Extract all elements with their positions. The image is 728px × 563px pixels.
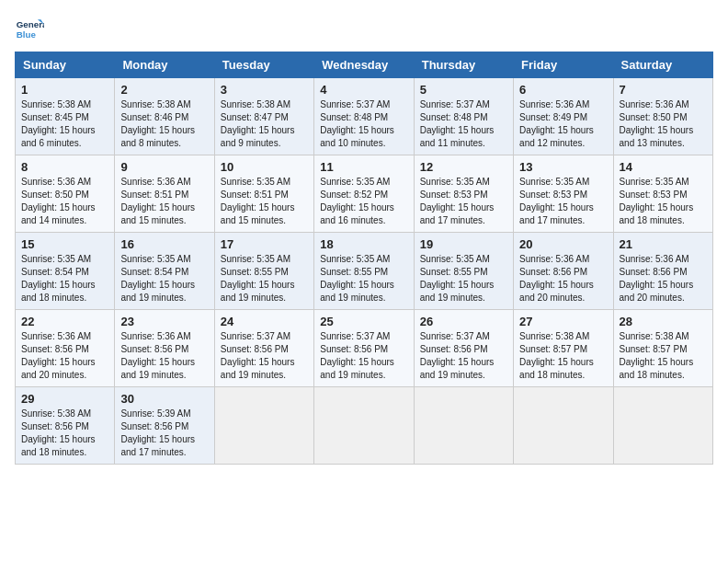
calendar-cell: 24Sunrise: 5:37 AMSunset: 8:56 PMDayligh…	[214, 310, 313, 387]
calendar-cell: 18Sunrise: 5:35 AMSunset: 8:55 PMDayligh…	[314, 233, 414, 310]
day-info: Sunrise: 5:35 AMSunset: 8:55 PMDaylight:…	[221, 253, 308, 304]
week-row-2: 8Sunrise: 5:36 AMSunset: 8:50 PMDaylight…	[16, 155, 713, 233]
day-info: Sunrise: 5:35 AMSunset: 8:51 PMDaylight:…	[221, 176, 308, 227]
day-number: 25	[320, 315, 407, 328]
calendar-cell: 23Sunrise: 5:36 AMSunset: 8:56 PMDayligh…	[115, 310, 214, 387]
day-number: 10	[221, 160, 308, 174]
calendar-cell: 11Sunrise: 5:35 AMSunset: 8:52 PMDayligh…	[314, 155, 414, 233]
calendar-cell: 20Sunrise: 5:36 AMSunset: 8:56 PMDayligh…	[514, 233, 613, 310]
calendar-table: SundayMondayTuesdayWednesdayThursdayFrid…	[15, 52, 713, 465]
day-info: Sunrise: 5:35 AMSunset: 8:52 PMDaylight:…	[320, 176, 407, 227]
day-info: Sunrise: 5:35 AMSunset: 8:55 PMDaylight:…	[420, 253, 507, 304]
calendar-cell: 25Sunrise: 5:37 AMSunset: 8:56 PMDayligh…	[314, 310, 414, 387]
day-info: Sunrise: 5:38 AMSunset: 8:47 PMDaylight:…	[221, 98, 308, 150]
day-info: Sunrise: 5:37 AMSunset: 8:48 PMDaylight:…	[320, 98, 407, 150]
day-header-friday: Friday	[514, 52, 613, 78]
day-number: 6	[519, 83, 607, 97]
calendar-cell	[613, 387, 712, 465]
day-number: 9	[120, 160, 208, 174]
day-info: Sunrise: 5:35 AMSunset: 8:53 PMDaylight:…	[620, 176, 707, 227]
day-header-tuesday: Tuesday	[214, 52, 313, 78]
calendar-cell: 4Sunrise: 5:37 AMSunset: 8:48 PMDaylight…	[314, 78, 414, 155]
day-header-wednesday: Wednesday	[314, 52, 414, 78]
calendar-cell: 2Sunrise: 5:38 AMSunset: 8:46 PMDaylight…	[115, 78, 214, 155]
day-info: Sunrise: 5:35 AMSunset: 8:55 PMDaylight:…	[320, 253, 407, 304]
day-info: Sunrise: 5:39 AMSunset: 8:56 PMDaylight:…	[120, 408, 208, 459]
calendar-cell: 14Sunrise: 5:35 AMSunset: 8:53 PMDayligh…	[613, 155, 712, 233]
logo-icon: General Blue	[15, 15, 44, 44]
day-info: Sunrise: 5:38 AMSunset: 8:56 PMDaylight:…	[21, 408, 108, 459]
day-number: 30	[120, 392, 208, 406]
day-number: 29	[21, 392, 108, 406]
day-number: 14	[620, 160, 707, 174]
calendar-cell: 5Sunrise: 5:37 AMSunset: 8:48 PMDaylight…	[414, 78, 513, 155]
day-number: 28	[620, 315, 707, 328]
calendar-cell: 13Sunrise: 5:35 AMSunset: 8:53 PMDayligh…	[514, 155, 613, 233]
day-info: Sunrise: 5:36 AMSunset: 8:56 PMDaylight:…	[120, 330, 208, 382]
day-info: Sunrise: 5:36 AMSunset: 8:51 PMDaylight:…	[120, 176, 208, 227]
day-number: 18	[320, 237, 407, 251]
day-number: 27	[519, 315, 607, 328]
day-number: 5	[420, 83, 507, 97]
day-info: Sunrise: 5:36 AMSunset: 8:56 PMDaylight:…	[620, 253, 707, 304]
calendar-cell: 29Sunrise: 5:38 AMSunset: 8:56 PMDayligh…	[16, 387, 115, 465]
day-header-thursday: Thursday	[414, 52, 513, 78]
day-info: Sunrise: 5:37 AMSunset: 8:56 PMDaylight:…	[420, 330, 507, 382]
week-row-1: 1Sunrise: 5:38 AMSunset: 8:45 PMDaylight…	[16, 78, 713, 155]
day-number: 16	[120, 237, 208, 251]
day-info: Sunrise: 5:35 AMSunset: 8:54 PMDaylight:…	[21, 253, 108, 304]
day-info: Sunrise: 5:37 AMSunset: 8:56 PMDaylight:…	[221, 330, 308, 382]
day-number: 12	[420, 160, 507, 174]
calendar-cell: 27Sunrise: 5:38 AMSunset: 8:57 PMDayligh…	[514, 310, 613, 387]
day-number: 24	[221, 315, 308, 328]
calendar-cell: 10Sunrise: 5:35 AMSunset: 8:51 PMDayligh…	[214, 155, 313, 233]
calendar-cell	[414, 387, 513, 465]
calendar-cell: 3Sunrise: 5:38 AMSunset: 8:47 PMDaylight…	[214, 78, 313, 155]
day-number: 22	[21, 315, 108, 328]
day-number: 26	[420, 315, 507, 328]
day-info: Sunrise: 5:35 AMSunset: 8:53 PMDaylight:…	[420, 176, 507, 227]
day-info: Sunrise: 5:37 AMSunset: 8:56 PMDaylight:…	[320, 330, 407, 382]
day-number: 13	[519, 160, 607, 174]
day-number: 4	[320, 83, 407, 97]
calendar-cell: 21Sunrise: 5:36 AMSunset: 8:56 PMDayligh…	[613, 233, 712, 310]
calendar-cell: 7Sunrise: 5:36 AMSunset: 8:50 PMDaylight…	[613, 78, 712, 155]
calendar-cell: 12Sunrise: 5:35 AMSunset: 8:53 PMDayligh…	[414, 155, 513, 233]
calendar-cell: 8Sunrise: 5:36 AMSunset: 8:50 PMDaylight…	[16, 155, 115, 233]
day-number: 20	[519, 237, 607, 251]
day-number: 17	[221, 237, 308, 251]
day-number: 1	[21, 83, 108, 97]
calendar-cell	[314, 387, 414, 465]
svg-text:Blue: Blue	[17, 29, 37, 40]
day-info: Sunrise: 5:38 AMSunset: 8:57 PMDaylight:…	[519, 330, 607, 382]
day-number: 3	[221, 83, 308, 97]
day-info: Sunrise: 5:36 AMSunset: 8:50 PMDaylight:…	[620, 98, 707, 150]
day-number: 21	[620, 237, 707, 251]
week-row-4: 22Sunrise: 5:36 AMSunset: 8:56 PMDayligh…	[16, 310, 713, 387]
calendar-cell: 19Sunrise: 5:35 AMSunset: 8:55 PMDayligh…	[414, 233, 513, 310]
calendar-cell	[514, 387, 613, 465]
day-header-saturday: Saturday	[613, 52, 712, 78]
week-row-5: 29Sunrise: 5:38 AMSunset: 8:56 PMDayligh…	[16, 387, 713, 465]
page-header: General Blue	[15, 15, 713, 44]
day-header-sunday: Sunday	[16, 52, 115, 78]
header-row: SundayMondayTuesdayWednesdayThursdayFrid…	[16, 52, 713, 78]
day-info: Sunrise: 5:38 AMSunset: 8:46 PMDaylight:…	[120, 98, 208, 150]
calendar-cell: 1Sunrise: 5:38 AMSunset: 8:45 PMDaylight…	[16, 78, 115, 155]
day-info: Sunrise: 5:36 AMSunset: 8:49 PMDaylight:…	[519, 98, 607, 150]
day-info: Sunrise: 5:37 AMSunset: 8:48 PMDaylight:…	[420, 98, 507, 150]
week-row-3: 15Sunrise: 5:35 AMSunset: 8:54 PMDayligh…	[16, 233, 713, 310]
day-number: 23	[120, 315, 208, 328]
day-info: Sunrise: 5:38 AMSunset: 8:57 PMDaylight:…	[620, 330, 707, 382]
calendar-cell: 16Sunrise: 5:35 AMSunset: 8:54 PMDayligh…	[115, 233, 214, 310]
day-info: Sunrise: 5:36 AMSunset: 8:56 PMDaylight:…	[21, 330, 108, 382]
calendar-cell: 6Sunrise: 5:36 AMSunset: 8:49 PMDaylight…	[514, 78, 613, 155]
day-number: 11	[320, 160, 407, 174]
day-number: 2	[120, 83, 208, 97]
day-header-monday: Monday	[115, 52, 214, 78]
day-number: 7	[620, 83, 707, 97]
calendar-cell: 9Sunrise: 5:36 AMSunset: 8:51 PMDaylight…	[115, 155, 214, 233]
calendar-cell: 30Sunrise: 5:39 AMSunset: 8:56 PMDayligh…	[115, 387, 214, 465]
calendar-cell: 28Sunrise: 5:38 AMSunset: 8:57 PMDayligh…	[613, 310, 712, 387]
calendar-cell: 26Sunrise: 5:37 AMSunset: 8:56 PMDayligh…	[414, 310, 513, 387]
